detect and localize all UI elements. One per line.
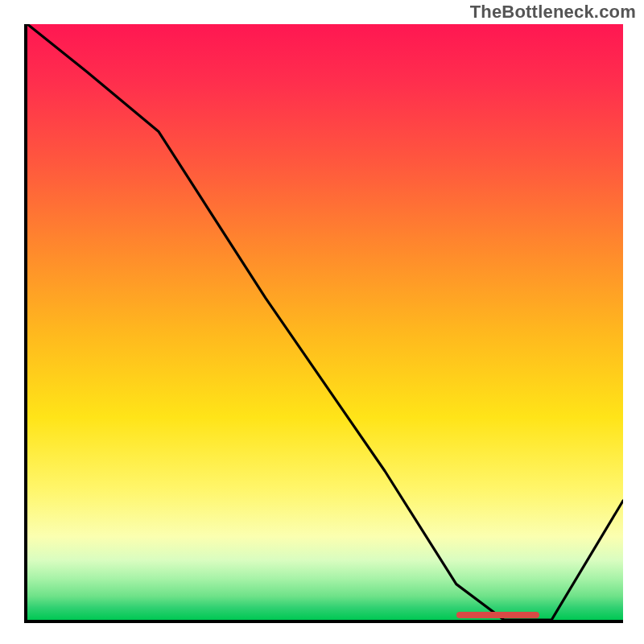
watermark-text: TheBottleneck.com (470, 2, 636, 23)
plot-area (24, 24, 623, 623)
bottleneck-curve (27, 24, 623, 620)
chart-canvas: TheBottleneck.com (0, 0, 644, 644)
optimal-range-marker (456, 612, 540, 618)
